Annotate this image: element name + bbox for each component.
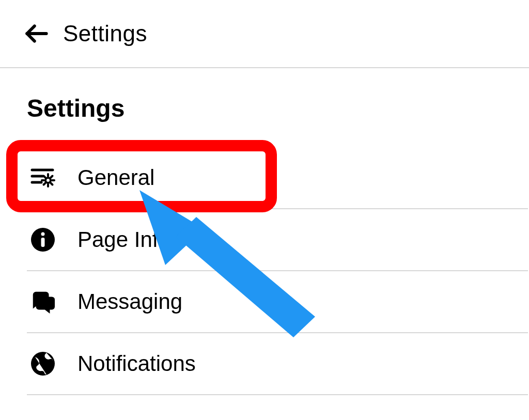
messaging-icon: [30, 289, 56, 315]
svg-line-12: [51, 176, 53, 178]
general-settings-icon: [30, 165, 56, 191]
settings-item-label: Page Info: [77, 227, 170, 252]
svg-point-4: [45, 178, 51, 183]
svg-line-11: [44, 183, 45, 185]
svg-point-16: [31, 352, 55, 376]
header: Settings: [0, 0, 529, 68]
back-button[interactable]: [23, 20, 51, 48]
settings-item-label: Messaging: [77, 289, 182, 314]
settings-item-page-info[interactable]: Page Info: [27, 209, 528, 271]
globe-icon: [30, 351, 56, 377]
settings-item-label: Notifications: [77, 351, 196, 376]
settings-item-label: General: [77, 165, 154, 190]
settings-item-messaging[interactable]: Messaging: [27, 271, 528, 333]
info-icon: [30, 227, 56, 253]
svg-rect-15: [41, 238, 45, 247]
settings-item-notifications[interactable]: Notifications: [27, 333, 528, 395]
back-arrow-icon: [24, 21, 50, 46]
svg-line-9: [44, 176, 45, 178]
header-title: Settings: [63, 21, 147, 46]
settings-list: General Page Info Messaging: [27, 147, 528, 395]
svg-point-14: [41, 232, 45, 236]
section-title: Settings: [27, 94, 514, 122]
settings-item-general[interactable]: General: [27, 147, 528, 209]
settings-content: Settings: [0, 68, 529, 395]
svg-line-10: [51, 183, 53, 185]
